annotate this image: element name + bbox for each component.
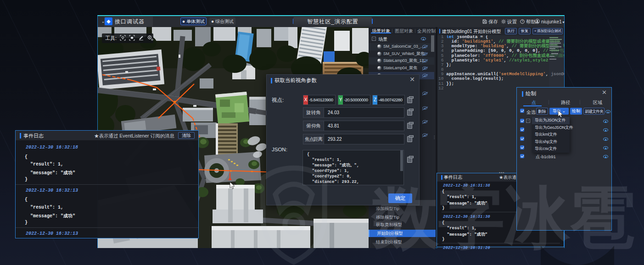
svg-text:?: ?	[521, 20, 523, 23]
